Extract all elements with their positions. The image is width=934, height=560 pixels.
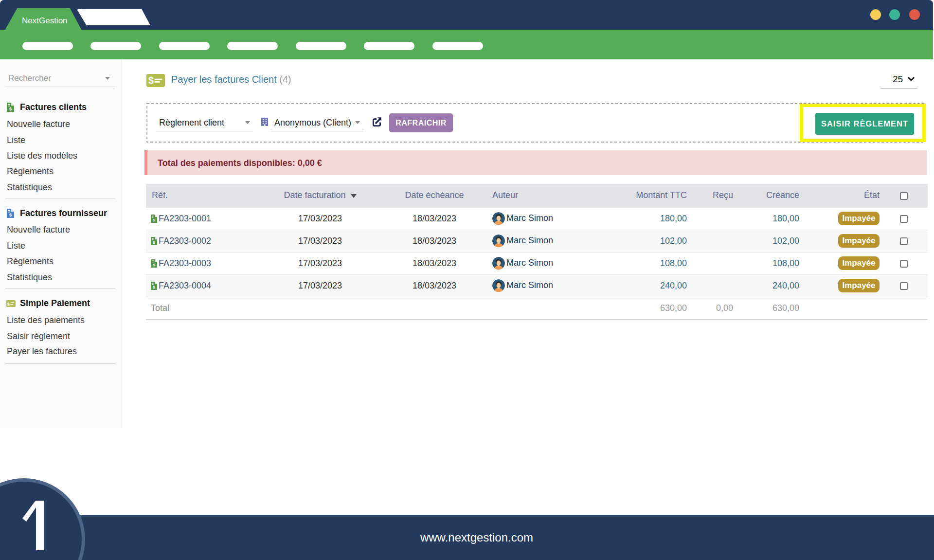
svg-text:$: $ [148,75,154,86]
svg-text:$: $ [153,263,155,267]
svg-text:$: $ [153,285,155,289]
svg-text:$: $ [9,213,12,217]
svg-text:$: $ [9,107,12,111]
svg-text:$: $ [153,240,155,245]
svg-text:$: $ [153,218,155,222]
svg-text:$: $ [7,301,10,307]
